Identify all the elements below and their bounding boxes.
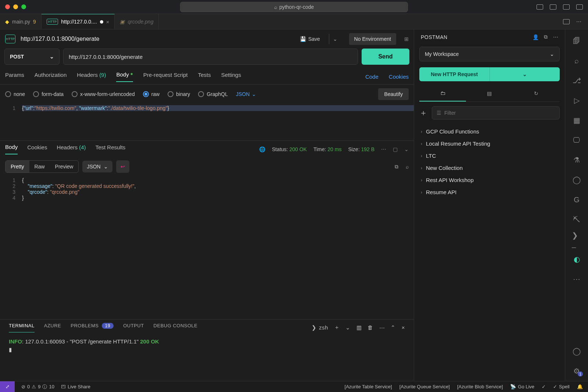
dock-icon[interactable]: ▢ [393,146,398,152]
view-preview[interactable]: Preview [50,161,79,172]
code-link[interactable]: Code [365,74,379,80]
tab-settings[interactable]: Settings [221,72,241,82]
maximize-panel-icon[interactable]: ⌃ [391,324,396,331]
radio-formdata[interactable]: form-data [33,91,64,97]
new-http-request-button[interactable]: New HTTP Request [419,67,490,81]
close-window[interactable] [5,4,10,9]
terminal-output[interactable]: INFO: 127.0.0.1:60093 - "POST /generate … [0,335,414,356]
collection-item[interactable]: ›Resume API [417,186,562,198]
customize-layout-icon[interactable] [576,4,583,10]
method-selector[interactable]: POST ⌄ [4,49,60,65]
wrap-lines-button[interactable]: ↩ [116,160,129,173]
collection-item[interactable]: ›GCP Cloud Functions [417,125,562,138]
go-live[interactable]: 📡Go Live [510,384,534,389]
collection-item[interactable]: ›Local Resume API Testing [417,138,562,150]
pm-tab-environments[interactable]: ▤ [466,85,513,101]
terminal-more-icon[interactable]: ⋯ [379,324,385,331]
add-collection-icon[interactable]: ＋ [419,107,427,118]
azurite-table[interactable]: [Azurite Table Service] [345,384,392,389]
accounts-icon[interactable]: ◯ [572,346,581,356]
more-icon[interactable]: ⋯ [381,146,386,152]
terraform-icon[interactable]: ⛏ [572,215,581,224]
more-activity-icon[interactable]: ⋯ [572,274,581,284]
collection-item[interactable]: ›Rest API Workshop [417,174,562,186]
tab-prerequest[interactable]: Pre-request Script [143,72,188,82]
save-dropdown[interactable]: ⌄ [329,34,341,44]
remote-explorer-icon[interactable]: 🖵 [572,135,581,145]
run-debug-icon[interactable]: ▷ [572,96,581,105]
testing-icon[interactable]: ⚗ [572,155,581,165]
response-body[interactable]: 1{ 2 "message": "QR code generated succe… [0,176,414,319]
collection-item[interactable]: ›New Collection [417,162,562,174]
resp-tab-headers[interactable]: Headers (4) [57,144,86,154]
panel-output[interactable]: OUTPUT [123,323,144,332]
github-icon[interactable]: ◯ [572,175,581,185]
radio-xwww[interactable]: x-www-form-urlencoded [72,91,135,97]
resp-tab-results[interactable]: Test Results [96,144,126,154]
send-button[interactable]: Send [362,49,409,65]
view-pretty[interactable]: Pretty [6,161,29,172]
resp-tab-body[interactable]: Body [5,144,18,154]
environment-icon[interactable]: ⊞ [404,36,409,42]
chevron-down-icon[interactable]: ⌄ [404,146,409,152]
problems-status[interactable]: ⊘0 ⚠9 ⓘ10 [21,384,54,390]
split-editor-icon[interactable] [563,19,570,24]
environment-selector[interactable]: No Environment [349,33,396,45]
panel-azure[interactable]: AZURE [44,323,61,332]
terminal-shell[interactable]: ❯zsh [312,324,328,331]
user-icon[interactable]: 👤 [533,34,539,40]
url-input[interactable] [63,49,358,65]
new-window-icon[interactable]: ⧉ [544,34,548,40]
workspace-selector[interactable]: My Workspace ⌄ [419,47,560,61]
panel-terminal[interactable]: TERMINAL [9,323,35,332]
azurite-queue[interactable]: [Azurite Queue Service] [399,384,450,389]
grammarly-icon[interactable]: G [572,195,581,204]
terminal-dropdown-icon[interactable]: ⌄ [345,324,351,331]
new-terminal-icon[interactable]: ＋ [334,324,340,331]
radio-raw[interactable]: raw [143,91,160,97]
tab-authorization[interactable]: Authorization [35,72,67,82]
maximize-window[interactable] [21,4,26,9]
prettier-status[interactable]: ✓ [542,384,546,389]
response-type-selector[interactable]: JSON⌄ [82,161,112,172]
save-button[interactable]: 💾 Save [296,34,324,44]
settings-gear-icon[interactable]: ⚙1 [572,366,581,376]
panel-problems[interactable]: PROBLEMS 19 [71,323,114,332]
globe-icon[interactable]: 🌐 [259,146,265,152]
minimize-window[interactable] [13,4,18,9]
tab-http-request[interactable]: HTTP http://127.0.0.... × [42,14,115,29]
sidebar-right-icon[interactable] [563,4,570,10]
tab-tests[interactable]: Tests [198,72,211,82]
tab-qrcode-png[interactable]: ▣ qrcode.png [115,14,159,29]
close-panel-icon[interactable]: × [402,324,405,331]
collection-item[interactable]: ›LTC [417,150,562,162]
live-share-status[interactable]: ⮹Live Share [61,384,90,389]
radio-graphql[interactable]: GraphQL [198,91,228,97]
azurite-blob[interactable]: [Azurite Blob Service] [457,384,503,389]
terminal-activity-icon[interactable]: ❯_ [572,235,581,244]
pm-tab-collections[interactable]: 🗀 [419,85,466,101]
copy-icon[interactable]: ⧉ [395,164,398,170]
tab-main-py[interactable]: ◆ main.py 9 [0,14,42,29]
kill-terminal-icon[interactable]: 🗑 [368,324,373,331]
new-request-dropdown[interactable]: ⌄ [490,67,560,81]
tab-body[interactable]: Body • [116,71,133,82]
radio-none[interactable]: none [5,91,25,97]
search-icon[interactable]: ⌕ [572,56,581,65]
postman-activity-icon[interactable]: ◐ [572,254,581,264]
body-type-selector[interactable]: JSON⌄ [236,91,256,97]
extensions-icon[interactable]: ▦ [572,115,581,125]
explorer-icon[interactable]: 🗐 [572,36,581,46]
notifications-icon[interactable]: 🔔 [577,384,583,389]
cookies-link[interactable]: Cookies [389,74,409,80]
resp-tab-cookies[interactable]: Cookies [27,144,47,154]
radio-binary[interactable]: binary [168,91,190,97]
pm-tab-history[interactable]: ↻ [513,85,560,101]
tab-params[interactable]: Params [5,72,24,82]
panel-more-icon[interactable]: ⋯ [553,34,559,40]
more-actions-icon[interactable]: ⋯ [576,19,581,25]
remote-indicator[interactable]: ⤢ [0,381,15,392]
view-raw[interactable]: Raw [29,161,50,172]
tab-headers[interactable]: Headers (9) [77,72,106,82]
filter-input[interactable]: ☰ Filter [432,106,560,120]
